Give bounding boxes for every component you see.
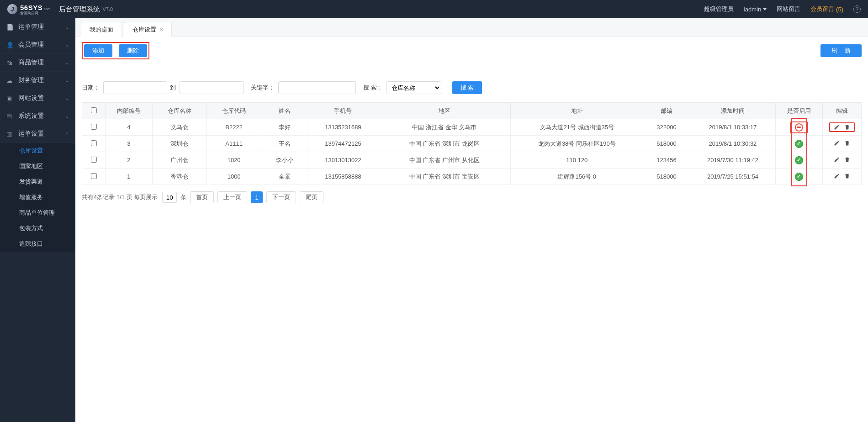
status-enabled-icon[interactable]: ✓ [795, 140, 803, 148]
cell-actions [822, 169, 861, 185]
sidebar-item-6[interactable]: ▥运单设置⌄ [0, 125, 75, 143]
col-header-5: 手机号 [308, 103, 378, 119]
row-checkbox[interactable] [91, 124, 97, 130]
delete-button[interactable]: 删除 [119, 44, 147, 57]
add-button[interactable]: 添加 [84, 44, 112, 57]
pager-next[interactable]: 下一页 [266, 191, 296, 203]
pager-last[interactable]: 尾页 [300, 191, 323, 203]
sidebar-subitem-5[interactable]: 包装方式 [0, 221, 75, 236]
member-messages-link[interactable]: 会员留言 (5) [810, 5, 843, 13]
status-enabled-icon[interactable]: ✓ [795, 156, 803, 164]
menu-label: 商品管理 [18, 58, 44, 67]
sidebar-subitem-0[interactable]: 仓库设置 [0, 143, 75, 158]
system-version: V7.0 [103, 6, 113, 12]
cell: 2019/7/30 11:19:42 [690, 152, 776, 169]
date-to-input[interactable] [180, 81, 243, 94]
search-button[interactable]: 搜 索 [452, 81, 482, 94]
sidebar-subitem-1[interactable]: 国家地区 [0, 158, 75, 174]
sidebar-item-0[interactable]: 📄运单管理⌄ [0, 18, 75, 36]
sidebar-subitem-2[interactable]: 发货渠道 [0, 174, 75, 190]
table-row: 1香港仓1000全景13155858888中国 广东省 深圳市 宝安区建辉路15… [82, 169, 862, 185]
cell: 义乌大道21号 城西街道35号 [511, 119, 643, 136]
pager-prev[interactable]: 上一页 [217, 191, 247, 203]
cell-actions [822, 119, 861, 136]
tab-0[interactable]: 我的桌面 [81, 22, 122, 37]
tab-1[interactable]: 仓库设置× [124, 22, 172, 37]
delete-icon[interactable] [844, 173, 850, 179]
edit-icon[interactable] [834, 140, 840, 146]
cell [82, 119, 106, 136]
menu-icon: ▥ [6, 131, 14, 137]
cell [82, 152, 106, 169]
logo: J 56SYS.com 全国购房网 [7, 4, 51, 15]
cell-status [776, 119, 822, 136]
sidebar-item-4[interactable]: ▣网站设置⌄ [0, 90, 75, 107]
cell: 1020 [206, 152, 261, 169]
sidebar-item-2[interactable]: 🛍商品管理⌄ [0, 54, 75, 72]
tab-label: 我的桌面 [90, 26, 113, 34]
table-row: 3深圳仓A1111王名13974472125中国 广东省 深圳市 龙岗区龙岗大道… [82, 136, 862, 152]
chevron-down-icon [763, 8, 767, 11]
highlight-box-actions: 添加 删除 [82, 42, 149, 59]
select-all-checkbox[interactable] [91, 107, 97, 113]
user-menu[interactable]: iadmin [744, 6, 767, 13]
col-header-2: 仓库名称 [152, 103, 206, 119]
cell: 13013013022 [308, 152, 378, 169]
cell: 13135231689 [308, 119, 378, 136]
cell: 中国 广东省 广州市 从化区 [378, 152, 511, 169]
cell: 中国 广东省 深圳市 宝安区 [378, 169, 511, 185]
keyword-input[interactable] [278, 81, 356, 94]
toolbar: 添加 删除 刷 新 [82, 42, 862, 59]
cell: 李好 [261, 119, 308, 136]
sidebar-item-5[interactable]: ▤系统设置⌄ [0, 107, 75, 125]
search-type-select[interactable]: 仓库名称 [386, 81, 441, 94]
col-header-3: 仓库代码 [206, 103, 261, 119]
status-disabled-icon[interactable] [795, 123, 803, 132]
row-checkbox[interactable] [91, 173, 97, 179]
logo-icon: J [7, 4, 17, 14]
edit-icon[interactable] [834, 124, 840, 130]
row-checkbox[interactable] [91, 157, 97, 163]
sidebar-item-1[interactable]: 👤会员管理⌄ [0, 36, 75, 54]
cell: 1 [106, 169, 152, 185]
chevron-down-icon: ⌄ [65, 96, 69, 101]
logo-tagline: 全国购房网 [20, 11, 51, 15]
sidebar-subitem-6[interactable]: 追踪接口 [0, 236, 75, 252]
sidebar: 📄运单管理⌄👤会员管理⌄🛍商品管理⌄☁财务管理⌄▣网站设置⌄▤系统设置⌄▥运单设… [0, 18, 75, 422]
menu-label: 网站设置 [18, 94, 44, 102]
col-header-1: 内部编号 [106, 103, 152, 119]
cell: 2019/8/1 10:33:17 [690, 119, 776, 136]
status-enabled-icon[interactable]: ✓ [795, 173, 803, 181]
main-area: 我的桌面仓库设置× 添加 删除 刷 新 日期： 到 关键字： 搜 索： 仓库名称 [75, 18, 868, 422]
col-header-7: 地址 [511, 103, 643, 119]
site-messages-link[interactable]: 网站留言 [777, 5, 800, 13]
close-icon[interactable]: × [160, 26, 163, 33]
menu-icon: ☁ [6, 77, 14, 84]
edit-icon[interactable] [834, 157, 840, 163]
date-label: 日期： [82, 84, 100, 92]
col-header-11: 编辑 [822, 103, 861, 119]
username: iadmin [744, 6, 761, 13]
pager-page-current[interactable]: 1 [251, 191, 263, 203]
cell-status: ✓ [776, 136, 822, 152]
cell [82, 169, 106, 185]
page-size-input[interactable] [162, 192, 177, 203]
cell: B2222 [206, 119, 261, 136]
cell: 123456 [643, 152, 690, 169]
delete-icon[interactable] [844, 140, 850, 146]
cell: 518000 [643, 169, 690, 185]
pager-first[interactable]: 首页 [190, 191, 214, 203]
cell-actions [822, 152, 861, 169]
help-icon[interactable]: ? [853, 5, 861, 13]
sidebar-item-3[interactable]: ☁财务管理⌄ [0, 72, 75, 90]
delete-icon[interactable] [844, 124, 850, 130]
edit-icon[interactable] [834, 173, 840, 179]
delete-icon[interactable] [844, 157, 850, 163]
col-header-4: 姓名 [261, 103, 308, 119]
date-from-input[interactable] [103, 81, 167, 94]
refresh-button[interactable]: 刷 新 [820, 44, 862, 57]
sidebar-subitem-3[interactable]: 增值服务 [0, 190, 75, 205]
row-checkbox[interactable] [91, 140, 97, 146]
sidebar-subitem-4[interactable]: 商品单位管理 [0, 205, 75, 221]
chevron-down-icon: ⌄ [65, 25, 69, 30]
